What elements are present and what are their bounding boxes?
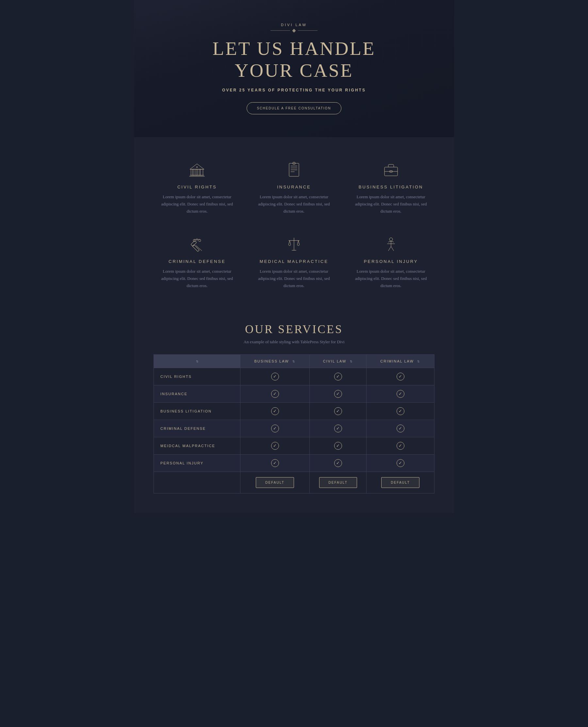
check-circle-icon	[334, 459, 342, 467]
table-row: CIVIL RIGHTS	[154, 368, 435, 385]
check-circle-icon	[334, 442, 342, 450]
table-cell-check	[310, 368, 366, 385]
service-personal-injury-desc: Lorem ipsum dolor sit amet, consectetur …	[351, 268, 431, 290]
table-button-empty-cell	[154, 472, 240, 493]
table-header-criminal-law: CRIMINAL LAW ⇅	[366, 354, 435, 368]
default-button-civil[interactable]: DEFAULT	[319, 477, 357, 488]
divider-line-right	[298, 30, 317, 31]
default-button-criminal[interactable]: DEFAULT	[381, 477, 419, 488]
table-cell-check	[240, 420, 309, 437]
check-circle-icon	[397, 425, 404, 432]
table-section-subtitle: An example of table styling with TablePr…	[153, 339, 435, 345]
check-circle-icon	[271, 459, 279, 467]
table-section-title: OUR SERVICES	[153, 322, 435, 336]
table-cell-check	[366, 454, 435, 472]
table-button-cell-civil: DEFAULT	[310, 472, 366, 493]
check-circle-icon	[397, 442, 404, 450]
service-business-litigation-desc: Lorem ipsum dolor sit amet, consectetur …	[351, 193, 431, 215]
check-circle-icon	[334, 425, 342, 432]
table-row: INSURANCE	[154, 385, 435, 402]
svg-line-18	[196, 245, 202, 251]
table-row-label: CRIMINAL DEFENSE	[154, 420, 240, 437]
table-header-empty: ⇅	[154, 354, 240, 368]
table-cell-check	[366, 420, 435, 437]
table-header-civil-law: CIVIL LAW ⇅	[310, 354, 366, 368]
table-cell-check	[240, 454, 309, 472]
svg-point-23	[198, 239, 201, 242]
table-row-label: PERSONAL INJURY	[154, 454, 240, 472]
document-icon	[284, 160, 304, 179]
svg-rect-1	[193, 169, 194, 175]
svg-line-29	[298, 241, 299, 245]
service-criminal-defense: CRIMINAL DEFENSE Lorem ipsum dolor sit a…	[153, 231, 241, 293]
service-personal-injury-title: PERSONAL INJURY	[351, 259, 431, 264]
check-circle-icon	[271, 425, 279, 432]
sort-icon-business[interactable]: ⇅	[292, 360, 296, 363]
check-circle-icon	[271, 407, 279, 415]
sort-icon-empty[interactable]: ⇅	[196, 360, 199, 363]
check-circle-icon	[397, 373, 404, 381]
check-circle-icon	[334, 390, 342, 398]
person-icon	[381, 235, 401, 254]
svg-line-35	[391, 247, 394, 251]
check-circle-icon	[397, 390, 404, 398]
hero-content: DIVI LAW LET US HANDLE YOUR CASE OVER 25…	[206, 16, 382, 121]
table-row: CRIMINAL DEFENSE	[154, 420, 435, 437]
table-header-business-law: BUSINESS LAW ⇅	[240, 354, 309, 368]
sort-icon-criminal[interactable]: ⇅	[417, 360, 420, 363]
sort-icon-civil[interactable]: ⇅	[350, 360, 353, 363]
service-medical-malpractice: MEDICAL MALPRACTICE Lorem ipsum dolor si…	[251, 231, 338, 293]
table-button-row: DEFAULTDEFAULTDEFAULT	[154, 472, 435, 493]
service-civil-rights-title: CIVIL RIGHTS	[157, 185, 237, 189]
svg-point-31	[390, 238, 393, 241]
service-criminal-defense-desc: Lorem ipsum dolor sit amet, consectetur …	[157, 268, 237, 290]
table-button-cell-criminal: DEFAULT	[366, 472, 435, 493]
scales-icon	[284, 235, 304, 254]
table-cell-check	[240, 368, 309, 385]
table-row: BUSINESS LITIGATION	[154, 402, 435, 420]
services-table: ⇅ BUSINESS LAW ⇅ CIVIL LAW ⇅ CRIMINAL LA…	[153, 354, 435, 493]
hero-subtitle: OVER 25 YEARS OF PROTECTING THE YOUR RIG…	[213, 88, 376, 92]
check-circle-icon	[271, 442, 279, 450]
check-circle-icon	[397, 407, 404, 415]
table-row-label: INSURANCE	[154, 385, 240, 402]
service-medical-malpractice-title: MEDICAL MALPRACTICE	[254, 259, 335, 264]
table-cell-check	[240, 437, 309, 454]
table-cell-check	[310, 420, 366, 437]
table-row-label: CIVIL RIGHTS	[154, 368, 240, 385]
svg-line-26	[289, 241, 289, 245]
svg-rect-2	[196, 169, 197, 175]
service-business-litigation: BUSINESS LITIGATION Lorem ipsum dolor si…	[347, 157, 435, 218]
svg-line-37	[391, 241, 394, 242]
service-civil-rights: CIVIL RIGHTS Lorem ipsum dolor sit amet,…	[153, 157, 241, 218]
service-medical-malpractice-desc: Lorem ipsum dolor sit amet, consectetur …	[254, 268, 335, 290]
service-personal-injury: PERSONAL INJURY Lorem ipsum dolor sit am…	[347, 231, 435, 293]
table-cell-check	[366, 385, 435, 402]
table-cell-check	[366, 402, 435, 420]
default-button-business[interactable]: DEFAULT	[256, 477, 294, 488]
svg-point-22	[193, 239, 196, 242]
table-cell-check	[240, 402, 309, 420]
service-criminal-defense-title: CRIMINAL DEFENSE	[157, 259, 237, 264]
brand-divider	[213, 29, 376, 32]
table-row-label: BUSINESS LITIGATION	[154, 402, 240, 420]
svg-rect-0	[191, 169, 203, 175]
services-grid: CIVIL RIGHTS Lorem ipsum dolor sit amet,…	[153, 157, 435, 293]
table-cell-check	[366, 437, 435, 454]
hero-title: LET US HANDLE YOUR CASE	[213, 38, 376, 81]
table-cell-check	[310, 402, 366, 420]
divider-diamond	[292, 29, 296, 32]
table-section: OUR SERVICES An example of table styling…	[134, 306, 454, 513]
table-button-cell-business: DEFAULT	[240, 472, 309, 493]
service-insurance: INSURANCE Lorem ipsum dolor sit amet, co…	[251, 157, 338, 218]
svg-rect-3	[199, 169, 201, 175]
table-row-label: MEIDCAL MALPRACTICE	[154, 437, 240, 454]
scales-gavel-icon	[187, 235, 207, 254]
cta-button[interactable]: SCHEDULE A FREE CONSULTATION	[247, 102, 341, 114]
service-insurance-title: INSURANCE	[254, 185, 335, 189]
table-cell-check	[310, 454, 366, 472]
briefcase-icon	[381, 160, 401, 179]
table-row: PERSONAL INJURY	[154, 454, 435, 472]
svg-line-27	[290, 241, 291, 245]
services-section: CIVIL RIGHTS Lorem ipsum dolor sit amet,…	[134, 137, 454, 306]
